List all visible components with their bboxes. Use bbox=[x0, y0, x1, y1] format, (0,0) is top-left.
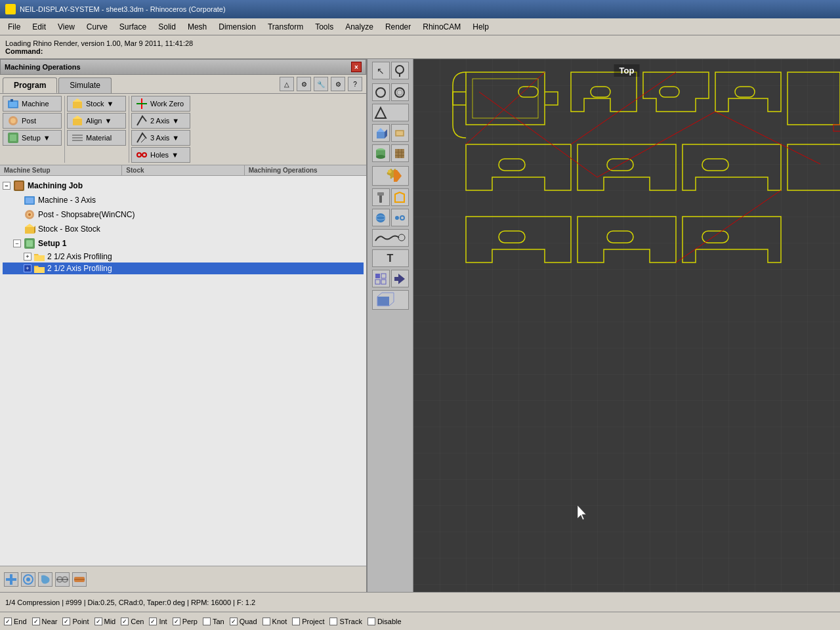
vt-tool-btn[interactable] bbox=[372, 188, 390, 206]
axis2-button[interactable]: 2 Axis▼ bbox=[131, 113, 190, 129]
snap-disable-checkbox[interactable] bbox=[368, 618, 375, 625]
tree-machine[interactable]: Machine - 3 Axis bbox=[3, 193, 364, 207]
snap-quad-checkbox[interactable] bbox=[230, 618, 238, 625]
vt-3d-btn[interactable] bbox=[372, 124, 390, 142]
vt-pick-btn[interactable] bbox=[391, 62, 409, 79]
vt-profile-btn[interactable] bbox=[391, 188, 409, 206]
snap-int[interactable]: Int bbox=[149, 618, 167, 625]
gear-btn-icon bbox=[374, 167, 407, 184]
stock-button[interactable]: Stock▼ bbox=[67, 96, 126, 112]
menu-mesh[interactable]: Mesh bbox=[182, 21, 212, 33]
snap-tan-checkbox[interactable] bbox=[203, 618, 211, 625]
vt-dots-btn[interactable] bbox=[391, 209, 409, 226]
tab-program[interactable]: Program bbox=[3, 77, 57, 93]
panel-bottom-btn2[interactable] bbox=[21, 572, 35, 587]
snap-perp[interactable]: Perp bbox=[173, 618, 198, 625]
tree-expand-root[interactable]: − bbox=[3, 182, 10, 190]
menu-help[interactable]: Help bbox=[467, 21, 494, 33]
work-zero-button[interactable]: Work Zero bbox=[131, 96, 190, 112]
snap-cen[interactable]: Cen bbox=[121, 618, 144, 625]
snap-near[interactable]: Near bbox=[32, 618, 58, 625]
vt-text-btn[interactable]: T bbox=[372, 249, 409, 267]
holes-button[interactable]: Holes▼ bbox=[131, 147, 190, 163]
tree-expand-op2[interactable]: + bbox=[24, 264, 32, 272]
axis3-button[interactable]: 3 Axis▼ bbox=[131, 130, 190, 146]
snap-point-checkbox[interactable] bbox=[62, 618, 70, 625]
vt-sphere2-btn[interactable] bbox=[372, 209, 390, 226]
svg-point-25 bbox=[28, 213, 31, 216]
cylinder-icon bbox=[374, 147, 387, 160]
menu-view[interactable]: View bbox=[52, 21, 80, 33]
panel-icon4 bbox=[56, 573, 69, 586]
snap-knot-checkbox[interactable] bbox=[262, 618, 270, 625]
snap-near-checkbox[interactable] bbox=[32, 618, 40, 625]
snap-tan[interactable]: Tan bbox=[203, 618, 224, 625]
tree-stock[interactable]: Stock - Box Stock bbox=[3, 222, 364, 236]
post-button[interactable]: Post bbox=[3, 113, 62, 129]
panel-close-button[interactable]: × bbox=[351, 62, 362, 72]
menu-surface[interactable]: Surface bbox=[114, 21, 152, 33]
tree-op1[interactable]: + 2 1/2 Axis Profiling bbox=[3, 251, 364, 262]
snap-project-checkbox[interactable] bbox=[292, 618, 300, 625]
snap-strack[interactable]: STrack bbox=[329, 618, 362, 625]
menu-solid[interactable]: Solid bbox=[153, 21, 181, 33]
snap-disable[interactable]: Disable bbox=[368, 618, 402, 625]
toolbar-config-btn[interactable]: ⚙ bbox=[297, 77, 311, 91]
tree-expand-op1[interactable]: + bbox=[24, 253, 32, 261]
menu-file[interactable]: File bbox=[3, 21, 26, 33]
material-button[interactable]: Material bbox=[67, 130, 126, 146]
snap-disable-label: Disable bbox=[377, 618, 402, 625]
panel-bottom-btn3[interactable] bbox=[38, 572, 52, 587]
tab-simulate[interactable]: Simulate bbox=[58, 77, 112, 93]
snap-mid[interactable]: Mid bbox=[94, 618, 116, 625]
snap-perp-checkbox[interactable] bbox=[173, 618, 180, 625]
snap-quad[interactable]: Quad bbox=[230, 618, 257, 625]
panel-bottom-btn4[interactable] bbox=[55, 572, 70, 587]
menu-dimension[interactable]: Dimension bbox=[213, 21, 261, 33]
snap-mid-checkbox[interactable] bbox=[94, 618, 102, 625]
tree-op2[interactable]: + 2 1/2 Axis Profiling bbox=[3, 262, 364, 274]
menu-transform[interactable]: Transform bbox=[262, 21, 308, 33]
toolbar-help-btn[interactable]: ? bbox=[348, 77, 362, 91]
svg-rect-70 bbox=[381, 280, 386, 284]
menu-render[interactable]: Render bbox=[380, 21, 416, 33]
menu-curve[interactable]: Curve bbox=[81, 21, 113, 33]
menu-edit[interactable]: Edit bbox=[27, 21, 51, 33]
vt-wave-btn[interactable] bbox=[372, 229, 409, 247]
vt-block-btn[interactable] bbox=[372, 290, 409, 310]
vt-grid2-btn[interactable] bbox=[372, 270, 390, 287]
snap-point[interactable]: Point bbox=[62, 618, 89, 625]
snap-int-checkbox[interactable] bbox=[149, 618, 157, 625]
menu-analyze[interactable]: Analyze bbox=[340, 21, 379, 33]
toolbar-settings-btn[interactable]: ⚙ bbox=[331, 77, 345, 91]
vt-cursor-btn[interactable]: ↖ bbox=[372, 62, 390, 79]
snap-end-checkbox[interactable] bbox=[4, 618, 12, 625]
tree-post[interactable]: Post - Shopsabre(WinCNC) bbox=[3, 207, 364, 222]
align-button[interactable]: Align▼ bbox=[67, 113, 126, 129]
snap-knot[interactable]: Knot bbox=[262, 618, 287, 625]
viewport[interactable]: Top bbox=[413, 59, 840, 592]
toolbar-tool-btn[interactable]: 🔧 bbox=[314, 77, 328, 91]
vt-arrow-btn[interactable] bbox=[391, 270, 409, 287]
vt-flat-btn[interactable] bbox=[391, 124, 409, 142]
tree-root[interactable]: − Machining Job bbox=[3, 178, 364, 193]
setup-button[interactable]: Setup▼ bbox=[3, 130, 62, 146]
panel-bottom-btn5[interactable] bbox=[72, 572, 87, 587]
snap-strack-checkbox[interactable] bbox=[329, 618, 337, 625]
snap-project[interactable]: Project bbox=[292, 618, 324, 625]
tree-setup1[interactable]: − Setup 1 bbox=[3, 236, 364, 251]
menu-tools[interactable]: Tools bbox=[310, 21, 339, 33]
toolbar-up-btn[interactable]: △ bbox=[280, 77, 294, 91]
vt-circle-btn[interactable] bbox=[372, 83, 390, 101]
vt-ring-btn[interactable] bbox=[391, 83, 409, 101]
vt-gear-btn[interactable] bbox=[372, 166, 409, 186]
vt-cylinder-btn[interactable] bbox=[372, 144, 390, 162]
vt-textured-btn[interactable] bbox=[391, 144, 409, 162]
panel-bottom-btn1[interactable] bbox=[4, 572, 18, 587]
menu-rhinocam[interactable]: RhinoCAM bbox=[417, 21, 466, 33]
machine-button[interactable]: Machine bbox=[3, 96, 62, 112]
snap-end[interactable]: End bbox=[4, 618, 27, 625]
vt-triangle-btn[interactable] bbox=[372, 104, 409, 121]
snap-cen-checkbox[interactable] bbox=[121, 618, 129, 625]
tree-expand-setup1[interactable]: − bbox=[13, 240, 21, 247]
